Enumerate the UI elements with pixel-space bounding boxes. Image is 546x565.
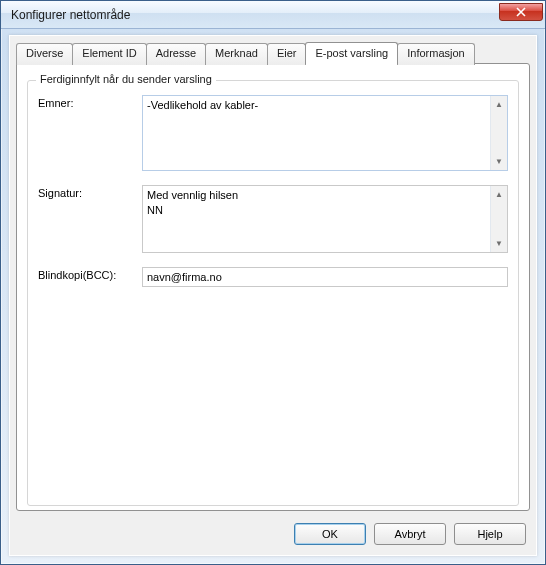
ok-button[interactable]: OK [294, 523, 366, 545]
scroll-down-icon[interactable]: ▼ [491, 153, 507, 170]
subjects-textarea[interactable] [143, 96, 490, 170]
signature-scrollbar[interactable]: ▲ ▼ [490, 186, 507, 252]
signature-textarea[interactable] [143, 186, 490, 252]
row-bcc: Blindkopi(BCC): [38, 267, 508, 287]
tab-element-id[interactable]: Element ID [72, 43, 146, 65]
dialog-window: Konfigurer nettområde Diverse Element ID… [0, 0, 546, 565]
row-subjects: Emner: ▲ ▼ [38, 95, 508, 171]
tab-panel: Ferdiginnfylt når du sender varsling Emn… [16, 63, 530, 511]
help-button[interactable]: Hjelp [454, 523, 526, 545]
tab-eier[interactable]: Eier [267, 43, 307, 65]
tab-merknad[interactable]: Merknad [205, 43, 268, 65]
label-subjects: Emner: [38, 95, 142, 109]
bcc-field-wrap [142, 267, 508, 287]
button-bar: OK Avbryt Hjelp [294, 523, 526, 545]
label-signature: Signatur: [38, 185, 142, 199]
subjects-field-wrap: ▲ ▼ [142, 95, 508, 171]
tab-informasjon[interactable]: Informasjon [397, 43, 474, 65]
signature-field-wrap: ▲ ▼ [142, 185, 508, 253]
tab-adresse[interactable]: Adresse [146, 43, 206, 65]
titlebar[interactable]: Konfigurer nettområde [1, 1, 545, 29]
client-area: Diverse Element ID Adresse Merknad Eier … [9, 35, 537, 556]
tab-epost-varsling[interactable]: E-post varsling [305, 42, 398, 64]
scroll-up-icon[interactable]: ▲ [491, 186, 507, 203]
scroll-down-icon[interactable]: ▼ [491, 235, 507, 252]
window-title: Konfigurer nettområde [11, 8, 499, 22]
subjects-scrollbar[interactable]: ▲ ▼ [490, 96, 507, 170]
tab-strip: Diverse Element ID Adresse Merknad Eier … [10, 36, 536, 64]
label-bcc: Blindkopi(BCC): [38, 267, 142, 281]
bcc-input[interactable] [143, 268, 507, 286]
scroll-up-icon[interactable]: ▲ [491, 96, 507, 113]
close-icon [516, 7, 526, 17]
close-button[interactable] [499, 3, 543, 21]
prefill-group: Ferdiginnfylt når du sender varsling Emn… [27, 80, 519, 506]
group-legend: Ferdiginnfylt når du sender varsling [36, 73, 216, 85]
tab-diverse[interactable]: Diverse [16, 43, 73, 65]
cancel-button[interactable]: Avbryt [374, 523, 446, 545]
row-signature: Signatur: ▲ ▼ [38, 185, 508, 253]
